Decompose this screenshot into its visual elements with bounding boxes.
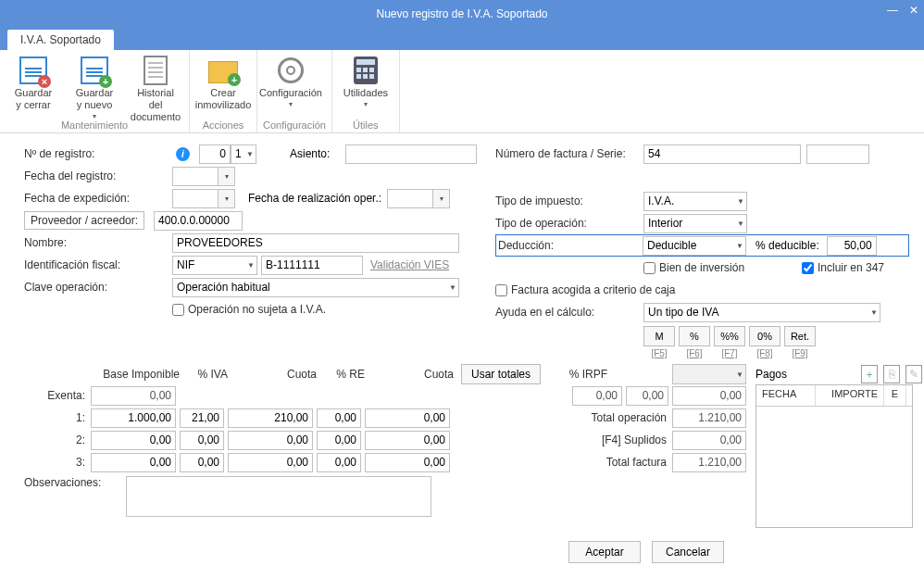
r1-cuota2[interactable] (365, 408, 450, 428)
total-fact-label: Total factura (565, 456, 667, 469)
pagos-copy-icon[interactable]: ⎘ (883, 365, 900, 383)
irpf-v2 (626, 386, 668, 406)
guardar-nuevo-label: Guardar y nuevo▾ (76, 87, 113, 113)
idfiscal-tipo-select[interactable]: NIF▼ (172, 256, 257, 275)
tipo-imp-select[interactable]: I.V.A.▼ (643, 192, 747, 211)
aceptar-button[interactable]: Aceptar (568, 541, 641, 563)
fecha-exp-field[interactable] (172, 189, 219, 208)
numfact-label: Número de factura / Serie: (495, 147, 643, 160)
vies-link[interactable]: Validación VIES (370, 258, 449, 271)
total-op-label: Total operación (565, 411, 667, 424)
asiento-field (345, 144, 477, 164)
config-label: Configuración▾ (259, 87, 322, 113)
calc-btn-2[interactable]: %% (714, 326, 745, 346)
suplidos-field[interactable] (672, 431, 746, 450)
guardar-cerrar-button[interactable]: Guardar y cerrar (6, 54, 61, 119)
r1-iva[interactable] (180, 408, 224, 428)
close-icon[interactable]: ✕ (909, 4, 918, 17)
config-button[interactable]: Configuración▾ (263, 54, 318, 119)
historial-button[interactable]: Historial del documento (128, 54, 183, 119)
numfact-serie-field[interactable] (806, 144, 869, 164)
fecha-registro-field[interactable] (172, 167, 219, 186)
col-base: Base Imponible (91, 368, 180, 381)
usar-totales-button[interactable]: Usar totales (461, 364, 541, 384)
claveop-label: Clave operación: (24, 281, 172, 294)
historial-label: Historial del documento (128, 87, 183, 113)
col-irpf: % IRPF (552, 368, 607, 381)
r1-re[interactable] (317, 408, 361, 428)
row2-label: 2: (24, 433, 91, 446)
col-cuota2: Cuota (365, 368, 454, 381)
fecha-real-field[interactable] (387, 189, 433, 208)
guardar-cerrar-icon (19, 56, 48, 85)
tipo-op-select[interactable]: Interior▼ (643, 214, 747, 233)
pct-ded-field[interactable] (827, 236, 877, 256)
calc-btn-1[interactable]: % (679, 326, 710, 346)
observaciones-field[interactable] (126, 476, 431, 517)
deduccion-label: Deducción: (498, 239, 643, 252)
incluir347-checkbox[interactable]: Incluir en 347 (802, 261, 884, 274)
r2-re[interactable] (317, 431, 361, 450)
pagos-edit-icon[interactable]: ✎ (905, 365, 922, 383)
calc-key-2: [F7] (714, 348, 745, 358)
tipo-imp-label: Tipo de impuesto: (495, 195, 643, 207)
crear-inmov-icon (208, 56, 238, 85)
title-bar: Nuevo registro de I.V.A. Soportado — ✕ (0, 0, 924, 28)
idfiscal-label: Identificación fiscal: (24, 258, 172, 271)
r1-cuota1[interactable] (228, 408, 313, 428)
calc-btn-4[interactable]: Ret. (784, 326, 816, 346)
proveedor-button[interactable]: Proveedor / acreedor: (24, 211, 144, 230)
asiento-label: Asiento: (290, 147, 345, 160)
utilidades-icon (351, 56, 381, 85)
irpf-v1 (572, 386, 622, 406)
utilidades-label: Utilidades▾ (343, 87, 388, 113)
proveedor-field[interactable] (154, 211, 243, 231)
guardar-nuevo-button[interactable]: Guardar y nuevo▾ (67, 54, 122, 119)
guardar-cerrar-label: Guardar y cerrar (15, 87, 52, 113)
r3-base[interactable] (91, 453, 176, 472)
fecha-exp-picker[interactable]: ▾ (219, 189, 235, 208)
r3-re[interactable] (317, 453, 361, 472)
bien-inv-checkbox[interactable]: Bien de inversión (643, 261, 744, 274)
crear-inmov-button[interactable]: Crear inmovilizado (195, 54, 251, 119)
calc-btn-3[interactable]: 0% (749, 326, 780, 346)
utilidades-button[interactable]: Utilidades▾ (338, 54, 393, 119)
fecha-real-picker[interactable]: ▾ (433, 189, 450, 208)
tipo-op-label: Tipo de operación: (495, 217, 643, 230)
r2-cuota2[interactable] (365, 431, 450, 450)
r2-iva[interactable] (180, 431, 224, 450)
cancelar-button[interactable]: Cancelar (652, 541, 724, 563)
pagos-new-icon[interactable]: ＋ (861, 365, 878, 383)
minimize-icon[interactable]: — (887, 4, 898, 17)
col-cuota1: Cuota (228, 368, 317, 381)
claveop-select[interactable]: Operación habitual▼ (172, 278, 459, 297)
ayuda-select[interactable]: Un tipo de IVA▼ (643, 303, 880, 322)
r2-cuota1[interactable] (228, 431, 313, 450)
row-exenta-label: Exenta: (24, 389, 91, 402)
nombre-label: Nombre: (24, 236, 172, 249)
info-icon[interactable]: i (176, 147, 190, 161)
ribbon-group-caption: Mantenimiento (6, 119, 183, 131)
nregistro-serie-select[interactable]: 1▼ (231, 144, 256, 164)
row1-label: 1: (24, 411, 91, 424)
tab-iva-soportado[interactable]: I.V.A. Soportado (7, 30, 114, 50)
r3-iva[interactable] (180, 453, 224, 472)
pagos-table[interactable]: FECHA IMPORTE E (755, 384, 913, 528)
numfact-field[interactable] (643, 144, 801, 164)
r3-cuota2[interactable] (365, 453, 450, 472)
fecha-registro-picker[interactable]: ▾ (219, 167, 235, 186)
idfiscal-num-field[interactable] (261, 256, 363, 275)
calc-btn-0[interactable]: M (643, 326, 675, 346)
irpf-v3 (672, 386, 746, 406)
calc-key-3: [F8] (749, 348, 780, 358)
nombre-field[interactable] (172, 233, 459, 253)
nregistro-field[interactable] (199, 144, 231, 164)
guardar-nuevo-icon (80, 56, 109, 85)
criterio-caja-checkbox[interactable]: Factura acogida a criterio de caja (495, 283, 675, 296)
no-sujeta-checkbox[interactable]: Operación no sujeta a I.V.A. (172, 303, 326, 316)
deduccion-select[interactable]: Deducible▼ (643, 236, 746, 256)
r3-cuota1[interactable] (228, 453, 313, 472)
r1-base[interactable] (91, 408, 176, 428)
pagos-col-e: E (884, 385, 906, 406)
r2-base[interactable] (91, 431, 176, 450)
